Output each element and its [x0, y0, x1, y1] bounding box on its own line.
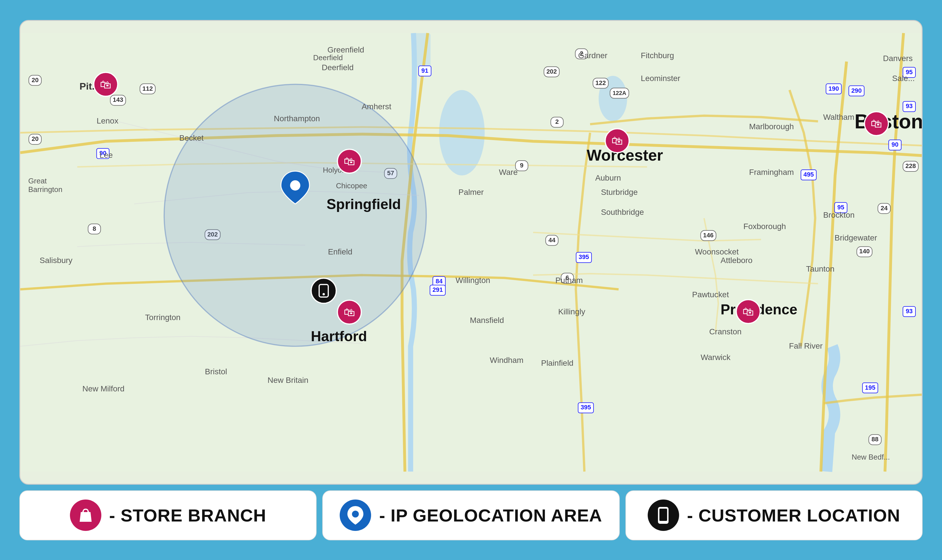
svg-point-1 — [439, 90, 485, 175]
svg-text:Ware: Ware — [499, 168, 518, 177]
svg-text:Windham: Windham — [490, 355, 524, 364]
svg-text:93: 93 — [906, 102, 913, 109]
svg-text:Lee: Lee — [99, 151, 113, 160]
svg-point-146 — [87, 511, 89, 513]
svg-text:Sturbridge: Sturbridge — [601, 188, 638, 196]
map-svg: 91 90 84 290 395 495 95 2 202 — [20, 21, 922, 484]
svg-text:Springfield: Springfield — [327, 196, 401, 212]
svg-text:Putnam: Putnam — [555, 276, 583, 285]
svg-text:8: 8 — [93, 225, 96, 232]
svg-text:291: 291 — [432, 286, 443, 293]
svg-text:Bridgewater: Bridgewater — [835, 233, 877, 242]
svg-text:146: 146 — [703, 231, 714, 238]
ip-geo-icon-container — [340, 500, 371, 531]
svg-text:290: 290 — [851, 87, 862, 94]
legend-bar: - STORE BRANCH - IP GEOLOCATION AREA — [19, 491, 923, 540]
svg-text:Northampton: Northampton — [274, 114, 320, 123]
svg-text:🛍: 🛍 — [100, 78, 111, 91]
store-branch-label: - STORE BRANCH — [109, 505, 266, 526]
svg-text:395: 395 — [579, 253, 589, 260]
svg-text:🛍: 🛍 — [344, 306, 355, 318]
svg-text:143: 143 — [113, 96, 123, 103]
svg-text:Attleboro: Attleboro — [720, 256, 752, 265]
customer-location-label: - CUSTOMER LOCATION — [687, 505, 900, 526]
svg-text:🛍: 🛍 — [743, 305, 754, 318]
svg-point-150 — [662, 521, 664, 523]
svg-text:20: 20 — [32, 76, 39, 83]
svg-point-147 — [352, 511, 359, 517]
svg-text:Hartford: Hartford — [311, 328, 367, 344]
ip-geo-icon — [347, 505, 364, 526]
svg-text:Torrington: Torrington — [145, 313, 180, 322]
svg-text:190: 190 — [828, 85, 839, 92]
svg-rect-149 — [659, 509, 667, 521]
svg-text:Amherst: Amherst — [362, 102, 392, 111]
svg-point-141 — [290, 180, 300, 190]
svg-text:Mansfield: Mansfield — [470, 316, 504, 325]
svg-text:Salisbury: Salisbury — [40, 256, 72, 265]
svg-text:Framingham: Framingham — [749, 168, 794, 177]
map-area: 91 90 84 290 395 495 95 2 202 — [19, 20, 923, 485]
svg-text:Danvers: Danvers — [883, 54, 913, 63]
svg-text:New Milford: New Milford — [83, 384, 125, 393]
svg-text:9: 9 — [520, 162, 524, 169]
svg-text:Becket: Becket — [179, 134, 204, 142]
main-container: 91 90 84 290 395 495 95 2 202 — [11, 12, 931, 548]
svg-text:84: 84 — [436, 278, 443, 285]
svg-text:24: 24 — [880, 204, 888, 211]
svg-text:395: 395 — [581, 404, 591, 411]
customer-location-icon — [655, 506, 671, 525]
svg-text:93: 93 — [906, 308, 913, 315]
svg-text:Fall River: Fall River — [789, 341, 823, 350]
svg-text:Enfield: Enfield — [328, 247, 352, 256]
svg-text:Leominster: Leominster — [641, 74, 680, 82]
svg-text:44: 44 — [548, 236, 555, 243]
svg-text:88: 88 — [871, 435, 878, 443]
svg-text:Pawtucket: Pawtucket — [692, 290, 729, 299]
svg-text:Palmer: Palmer — [458, 188, 484, 196]
svg-text:🛍: 🛍 — [611, 134, 623, 147]
svg-text:122: 122 — [595, 79, 606, 86]
svg-text:Waltham: Waltham — [823, 113, 854, 122]
svg-point-142 — [311, 278, 336, 303]
svg-text:195: 195 — [865, 384, 876, 391]
legend-ip-geo: - IP GEOLOCATION AREA — [322, 491, 620, 540]
svg-text:Gardner: Gardner — [578, 51, 607, 60]
ip-geo-label: - IP GEOLOCATION AREA — [379, 505, 602, 526]
svg-text:Great: Great — [28, 177, 47, 185]
svg-text:🛍: 🛍 — [871, 117, 882, 130]
svg-text:Woonsocket: Woonsocket — [695, 247, 739, 256]
svg-text:Brockton: Brockton — [823, 210, 855, 219]
svg-text:495: 495 — [803, 171, 814, 178]
svg-text:Cranston: Cranston — [709, 327, 741, 336]
svg-text:202: 202 — [546, 68, 557, 75]
store-branch-icon-container — [70, 500, 101, 531]
svg-text:Sale...: Sale... — [892, 74, 914, 82]
svg-point-144 — [322, 293, 325, 295]
legend-customer-location: - CUSTOMER LOCATION — [626, 491, 923, 540]
svg-point-74 — [164, 84, 426, 346]
svg-text:Barrington: Barrington — [28, 185, 63, 193]
svg-text:Plainfield: Plainfield — [541, 358, 574, 367]
svg-text:Fitchburg: Fitchburg — [641, 51, 674, 60]
svg-text:Deerfield: Deerfield — [322, 63, 354, 72]
svg-text:Auburn: Auburn — [595, 173, 621, 182]
store-branch-icon — [77, 506, 94, 524]
svg-text:Bristol: Bristol — [205, 367, 227, 376]
svg-text:Chicopee: Chicopee — [336, 182, 367, 189]
svg-text:New Britain: New Britain — [267, 375, 308, 384]
svg-text:Foxborough: Foxborough — [743, 222, 786, 231]
svg-point-145 — [82, 511, 84, 513]
svg-text:90: 90 — [891, 141, 898, 148]
svg-text:122A: 122A — [613, 89, 626, 96]
svg-text:New Bedf...: New Bedf... — [851, 453, 890, 461]
svg-text:Killingly: Killingly — [558, 307, 585, 316]
svg-text:Willington: Willington — [456, 276, 490, 285]
svg-text:Marlborough: Marlborough — [749, 122, 794, 131]
svg-text:Lenox: Lenox — [97, 116, 118, 125]
svg-text:112: 112 — [142, 85, 153, 92]
svg-text:Greenfield: Greenfield — [327, 45, 364, 54]
svg-text:20: 20 — [32, 135, 39, 142]
svg-text:228: 228 — [905, 162, 916, 169]
svg-text:🛍: 🛍 — [344, 155, 355, 168]
